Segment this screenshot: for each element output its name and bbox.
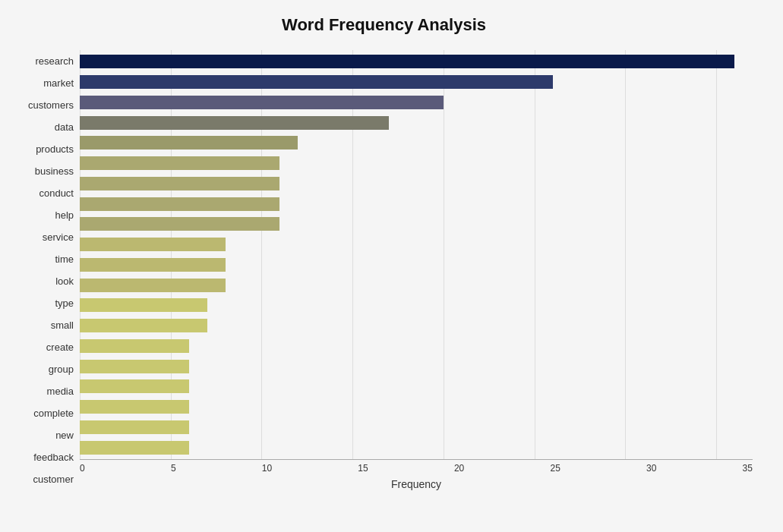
bar	[80, 319, 207, 332]
bar-row	[80, 419, 753, 436]
bar-row	[80, 196, 753, 212]
bar	[80, 55, 734, 68]
bar	[80, 156, 279, 170]
bar-row	[80, 175, 753, 192]
bar-row	[80, 53, 753, 70]
y-label: group	[49, 364, 74, 374]
bar-row	[80, 378, 753, 395]
y-label: data	[55, 122, 74, 132]
bar	[80, 360, 189, 373]
bar-row	[80, 358, 753, 375]
chart-title: Word Frequency Analysis	[15, 15, 753, 35]
bar	[80, 238, 226, 251]
y-label: type	[55, 298, 74, 308]
y-label: time	[55, 254, 74, 264]
x-axis: 05101520253035	[80, 459, 753, 474]
bar-row	[80, 216, 753, 232]
bar	[80, 298, 207, 312]
chart-container: Word Frequency Analysis researchmarketcu…	[0, 0, 783, 532]
bar-row	[80, 277, 753, 294]
y-label: customer	[33, 474, 74, 484]
x-tick: 10	[262, 463, 272, 474]
bar	[80, 217, 279, 231]
y-label: products	[36, 144, 74, 154]
bars-area	[80, 50, 753, 459]
bar-row	[80, 297, 753, 313]
bar-row	[80, 338, 753, 354]
y-label: research	[35, 56, 74, 66]
bar-row	[80, 236, 753, 253]
y-label: media	[47, 386, 74, 396]
bar	[80, 177, 279, 190]
y-label: service	[43, 232, 74, 242]
bar-row	[80, 398, 753, 415]
bar	[80, 400, 189, 414]
y-label: look	[55, 276, 74, 286]
bar	[80, 339, 189, 353]
bar	[80, 279, 226, 292]
bar-row	[80, 115, 753, 131]
bar	[80, 441, 189, 455]
y-label: small	[51, 320, 74, 330]
y-label: feedback	[33, 452, 74, 462]
x-axis-label: Frequency	[80, 478, 753, 490]
x-tick: 0	[80, 463, 85, 474]
y-label: create	[46, 342, 74, 352]
bar-row	[80, 94, 753, 111]
x-tick: 15	[358, 463, 368, 474]
y-label: market	[43, 78, 74, 88]
bar-row	[80, 134, 753, 151]
x-tick: 30	[646, 463, 656, 474]
bar-row	[80, 155, 753, 172]
chart-area: researchmarketcustomersdataproductsbusin…	[15, 50, 753, 490]
y-label: business	[35, 166, 74, 176]
bar	[80, 420, 189, 434]
bars-and-xaxis: 05101520253035 Frequency	[80, 50, 753, 490]
y-label: conduct	[39, 188, 74, 198]
x-tick: 35	[743, 463, 753, 474]
bar-row	[80, 317, 753, 334]
bar	[80, 197, 279, 211]
y-label: complete	[33, 408, 74, 418]
y-label: help	[55, 210, 74, 220]
x-tick: 25	[550, 463, 560, 474]
x-tick: 20	[454, 463, 464, 474]
x-tick: 5	[171, 463, 176, 474]
bar	[80, 116, 389, 130]
bar	[80, 258, 226, 272]
bar	[80, 75, 553, 89]
y-labels: researchmarketcustomersdataproductsbusin…	[15, 50, 80, 490]
bar-row	[80, 257, 753, 273]
bar-row	[80, 439, 753, 456]
bar-row	[80, 74, 753, 90]
y-label: customers	[28, 100, 74, 110]
bar	[80, 379, 189, 393]
bar	[80, 136, 298, 150]
y-label: new	[55, 430, 74, 440]
bar	[80, 96, 444, 109]
